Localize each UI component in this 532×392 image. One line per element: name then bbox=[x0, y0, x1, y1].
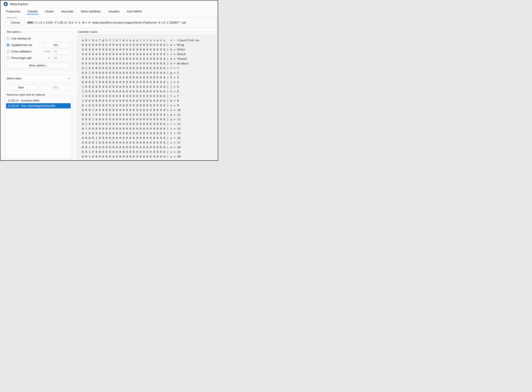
result-item-smo[interactable]: 11:55:13 - functions.SMO bbox=[6, 98, 71, 103]
test-options-groupbox: Test options Use training set Supplied t… bbox=[4, 32, 72, 70]
weka-explorer-window: Weka Explorer Preprocess Classify Cluste… bbox=[0, 0, 218, 161]
use-training-set-label: Use training set bbox=[11, 37, 31, 40]
class-attribute-dropdown[interactable]: (Nom) class bbox=[4, 75, 72, 82]
start-button[interactable]: Start bbox=[4, 85, 37, 90]
classifier-groupbox: Classifier Choose SMO -C 1.0 -L 0.001 -P… bbox=[4, 17, 217, 28]
title-bar: Weka Explorer bbox=[0, 0, 218, 8]
use-training-set-radio[interactable] bbox=[6, 37, 9, 40]
scheme-params: -C 1.0 -L 0.001 -P 1.0E-12 -N 0 -V -1 -W… bbox=[33, 21, 186, 24]
chevron-down-icon bbox=[68, 77, 70, 79]
tab-preprocess[interactable]: Preprocess bbox=[6, 8, 21, 15]
tab-select-attributes[interactable]: Select attributes bbox=[80, 8, 101, 15]
classifier-output-text[interactable]: a b c d e f g h i j k l m n o p q r s t … bbox=[78, 35, 215, 158]
tab-auto-weka[interactable]: Auto-WEKA bbox=[127, 8, 142, 15]
more-options-button[interactable]: More options... bbox=[6, 63, 70, 68]
result-list-groupbox: Result list (right-click for options) 11… bbox=[4, 95, 72, 159]
result-list-group-label: Result list (right-click for options) bbox=[6, 93, 46, 96]
percentage-split-option[interactable]: Percentage split % 66 bbox=[6, 55, 70, 61]
tab-visualize[interactable]: Visualize bbox=[108, 8, 120, 15]
choose-button[interactable]: Choose bbox=[6, 20, 25, 26]
cross-validation-option[interactable]: Cross-validation Folds 10 bbox=[6, 48, 70, 55]
folds-field: 10 bbox=[52, 49, 70, 54]
tab-bar: Preprocess Classify Cluster Associate Se… bbox=[0, 8, 218, 15]
class-attribute-value: (Nom) class bbox=[6, 77, 22, 80]
classifier-output-groupbox: Classifier output a b c d e f g h i j k … bbox=[76, 32, 217, 159]
percent-label: % bbox=[48, 56, 50, 60]
supplied-test-set-radio[interactable] bbox=[6, 43, 9, 47]
percentage-split-radio[interactable] bbox=[6, 56, 9, 60]
supplied-test-set-label: Supplied test set bbox=[11, 43, 32, 47]
weka-logo-icon bbox=[4, 2, 8, 6]
supplied-test-set-option[interactable]: Supplied test set Set... bbox=[6, 42, 70, 48]
tab-associate[interactable]: Associate bbox=[61, 8, 74, 15]
result-item-input-mapped-classifier[interactable]: 11:55:29 - misc.InputMappedClassifier bbox=[6, 103, 71, 108]
tab-classify[interactable]: Classify bbox=[27, 8, 38, 15]
result-list[interactable]: 11:55:13 - functions.SMO 11:55:29 - misc… bbox=[6, 97, 71, 158]
folds-label: Folds bbox=[44, 50, 50, 53]
classifier-output-area[interactable]: a b c d e f g h i j k l m n o p q r s t … bbox=[78, 34, 216, 158]
scheme-name: SMO bbox=[27, 21, 33, 24]
stop-button: Stop bbox=[39, 85, 72, 90]
classifier-group-label: Classifier bbox=[6, 17, 18, 19]
left-panel: Test options Use training set Supplied t… bbox=[4, 32, 72, 159]
run-controls: Start Stop bbox=[4, 85, 72, 90]
percentage-split-label: Percentage split bbox=[11, 56, 32, 60]
test-options-group-label: Test options bbox=[6, 30, 22, 33]
percentage-split-field: 66 bbox=[52, 55, 70, 61]
set-button[interactable]: Set... bbox=[43, 42, 70, 48]
window-title: Weka Explorer bbox=[10, 3, 28, 6]
cross-validation-label: Cross-validation bbox=[11, 50, 32, 53]
cross-validation-radio[interactable] bbox=[6, 50, 9, 53]
main-area: Test options Use training set Supplied t… bbox=[4, 32, 217, 159]
tab-cluster[interactable]: Cluster bbox=[45, 8, 54, 15]
classifier-output-group-label: Classifier output bbox=[77, 30, 98, 33]
use-training-set-option[interactable]: Use training set bbox=[6, 35, 70, 42]
classifier-scheme-text[interactable]: SMO -C 1.0 -L 0.001 -P 1.0E-12 -N 0 -V -… bbox=[27, 21, 215, 24]
